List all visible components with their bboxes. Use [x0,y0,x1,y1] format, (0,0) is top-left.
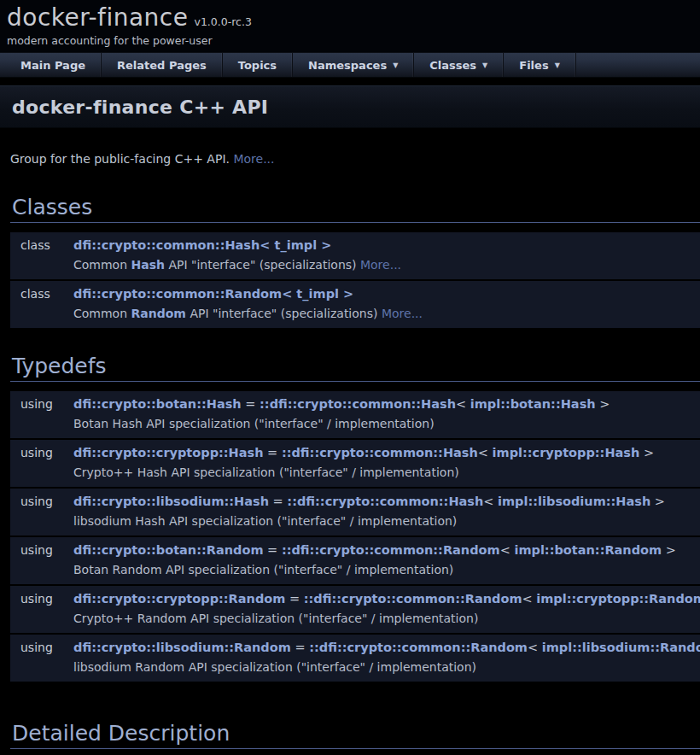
text-fragment: API "interface" (specializations) [165,258,360,272]
member-content: dfi::crypto::libsodium::Random = ::dfi::… [63,640,700,676]
symbol-link[interactable]: dfi::crypto::libsodium::Random [73,641,291,654]
member-keyword: using [10,445,63,481]
text-fragment: = [242,397,260,411]
project-version: v1.0.0-rc.3 [194,15,251,28]
nav-gap [0,78,700,85]
classes-heading: Classes [10,195,700,223]
class-row: classdfi::crypto::common::Hash< t_impl >… [10,232,700,279]
symbol-link[interactable]: Random [131,307,186,320]
text-fragment: < [456,397,470,411]
text-fragment: < [522,592,537,606]
symbol-link[interactable]: ::dfi::crypto::common::Random [304,592,522,606]
symbol-link[interactable]: ::dfi::crypto::common::Hash [287,495,483,508]
chevron-down-icon: ▼ [393,61,398,69]
text-fragment: > [596,397,610,411]
member-keyword: using [10,494,63,530]
text-fragment: = [285,592,303,606]
member-declaration: dfi::crypto::libsodium::Hash = ::dfi::cr… [73,494,693,510]
symbol-link[interactable]: dfi::crypto::common::Random< t_impl > [73,287,353,301]
text-fragment: = [269,495,287,508]
member-content: dfi::crypto::common::Hash< t_impl >Commo… [63,237,700,273]
member-description: Common Hash API "interface" (specializat… [73,257,693,273]
text-fragment: libsodium Random API specialization ("in… [73,660,476,674]
symbol-link[interactable]: impl::libsodium::Random [542,641,700,654]
member-keyword: using [10,396,63,432]
nav-tab-classes[interactable]: Classes▼ [414,53,504,77]
symbol-link[interactable]: dfi::crypto::common::Hash< t_impl > [73,238,331,252]
project-name: docker-finance [7,3,188,32]
symbol-link[interactable]: ::dfi::crypto::common::Hash [282,446,478,459]
typedef-row: usingdfi::crypto::botan::Hash = ::dfi::c… [10,391,700,438]
member-keyword: using [10,591,63,627]
symbol-link[interactable]: impl::libsodium::Hash [498,495,650,508]
symbol-link[interactable]: impl::botan::Hash [470,397,596,411]
nav-tab-files[interactable]: Files▼ [504,53,576,77]
member-content: dfi::crypto::botan::Random = ::dfi::cryp… [63,542,700,578]
member-declaration: dfi::crypto::botan::Random = ::dfi::cryp… [73,542,693,559]
text-fragment: > [639,446,654,459]
symbol-link[interactable]: Hash [131,258,165,272]
text-fragment: Botan Random API specialization ("interf… [73,563,453,576]
nav-tab-main-page[interactable]: Main Page [5,53,102,77]
more-link[interactable]: More... [233,152,274,166]
symbol-link[interactable]: ::dfi::crypto::common::Random [282,543,500,557]
title-area: docker-finance v1.0.0-rc.3 modern accoun… [0,0,700,52]
chevron-down-icon: ▼ [555,61,560,69]
member-declaration: dfi::crypto::common::Hash< t_impl > [73,237,693,254]
member-description: Crypto++ Random API specialization ("int… [73,611,700,627]
member-keyword: class [10,237,63,273]
member-description: Botan Random API specialization ("interf… [73,562,693,578]
member-keyword: using [10,542,63,578]
member-description: libsodium Random API specialization ("in… [73,659,700,676]
member-content: dfi::crypto::botan::Hash = ::dfi::crypto… [63,396,700,432]
intro-paragraph: Group for the public-facing C++ API. Mor… [10,151,700,167]
typedef-row: usingdfi::crypto::libsodium::Hash = ::df… [10,489,700,536]
typedef-row: usingdfi::crypto::cryptopp::Random = ::d… [10,586,700,633]
class-row: classdfi::crypto::common::Random< t_impl… [10,281,700,328]
text-fragment: < [478,446,493,459]
nav-tab-label: Main Page [20,59,85,72]
nav-tab-label: Files [519,59,548,72]
member-description: libsodium Hash API specialization ("inte… [73,513,693,530]
nav-tab-topics[interactable]: Topics [223,53,293,77]
more-link[interactable]: More... [382,307,423,320]
member-declaration: dfi::crypto::cryptopp::Random = ::dfi::c… [73,591,700,607]
chevron-down-icon: ▼ [482,61,487,69]
member-keyword: using [10,640,63,676]
text-fragment: Crypto++ Hash API specialization ("inter… [73,465,459,479]
symbol-link[interactable]: ::dfi::crypto::common::Random [309,641,528,654]
symbol-link[interactable]: ::dfi::crypto::common::Hash [260,397,456,411]
member-content: dfi::crypto::common::Random< t_impl >Com… [63,286,700,322]
nav-tab-label: Related Pages [117,59,207,72]
text-fragment: = [264,543,282,557]
nav-tab-namespaces[interactable]: Namespaces▼ [293,53,414,77]
text-fragment: < [483,495,498,508]
typedef-row: usingdfi::crypto::cryptopp::Hash = ::dfi… [10,440,700,487]
page-header: docker-finance C++ API [0,85,700,128]
nav-tab-related-pages[interactable]: Related Pages [102,53,223,77]
member-description: Crypto++ Hash API specialization ("inter… [73,465,693,481]
more-link[interactable]: More... [360,258,401,272]
symbol-link[interactable]: impl::cryptopp::Hash [493,446,640,459]
symbol-link[interactable]: dfi::crypto::botan::Hash [73,397,242,411]
nav-tab-label: Namespaces [308,59,387,72]
symbol-link[interactable]: impl::botan::Random [514,543,662,557]
member-declaration: dfi::crypto::cryptopp::Hash = ::dfi::cry… [73,445,693,461]
text-fragment: Common [73,307,131,320]
member-declaration: dfi::crypto::libsodium::Random = ::dfi::… [73,640,700,656]
project-brief: modern accounting for the power-user [7,34,700,47]
text-fragment: = [291,641,309,654]
text-fragment: > [662,543,676,557]
member-keyword: class [10,286,63,322]
symbol-link[interactable]: dfi::crypto::libsodium::Hash [73,495,269,508]
symbol-link[interactable]: dfi::crypto::cryptopp::Hash [73,446,264,459]
symbol-link[interactable]: dfi::crypto::cryptopp::Random [73,592,285,606]
symbol-link[interactable]: impl::cryptopp::Random [536,592,700,606]
typedef-row: usingdfi::crypto::botan::Random = ::dfi:… [10,537,700,584]
page-title: docker-finance C++ API [12,97,268,118]
text-fragment: < [528,641,542,654]
symbol-link[interactable]: dfi::crypto::botan::Random [73,543,264,557]
detailed-description-heading: Detailed Description [10,721,700,749]
classes-table: classdfi::crypto::common::Hash< t_impl >… [10,232,700,328]
text-fragment: = [264,446,282,459]
